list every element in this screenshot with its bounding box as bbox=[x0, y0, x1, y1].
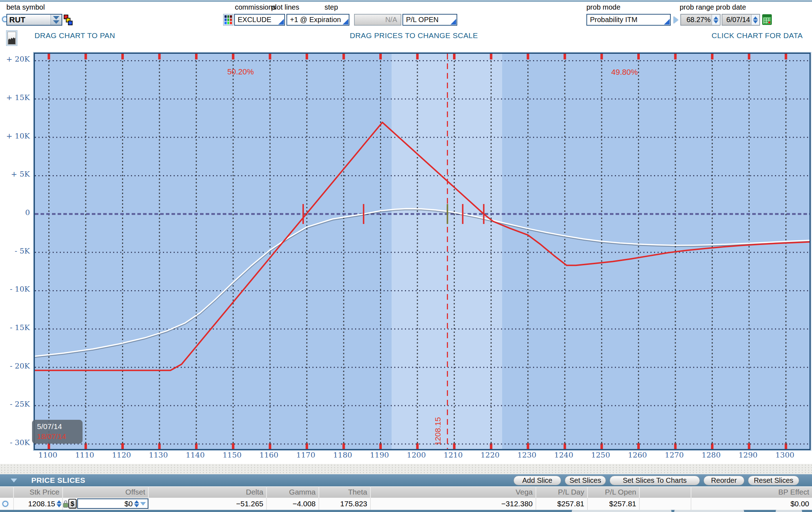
y-axis-tick-label[interactable]: + 15K bbox=[0, 93, 30, 102]
x-axis-tick-label[interactable]: 1150 bbox=[216, 451, 248, 459]
x-axis-tick-label[interactable]: 1220 bbox=[474, 451, 506, 459]
x-axis-tick-label[interactable]: 1300 bbox=[769, 451, 801, 459]
header-pl-day: P/L Day bbox=[536, 486, 588, 498]
x-axis-tick-label[interactable]: 1250 bbox=[585, 451, 617, 459]
spacer-cell bbox=[640, 498, 691, 510]
prob-range-band bbox=[392, 54, 502, 449]
y-axis-tick-label[interactable]: - 15K bbox=[0, 323, 30, 332]
commission-grid-icon[interactable] bbox=[223, 14, 233, 26]
x-axis-tick-label[interactable]: 1130 bbox=[142, 451, 174, 459]
y-axis-tick-label[interactable]: - 20K bbox=[0, 362, 30, 370]
pl-open-cell: $257.81 bbox=[588, 498, 640, 510]
add-slice-button[interactable]: Add Slice bbox=[513, 476, 561, 485]
prob-date-label: prob date bbox=[716, 3, 746, 11]
prob-range-spinner[interactable] bbox=[712, 15, 720, 25]
prob-mode-value: Probability ITM bbox=[590, 16, 637, 24]
commissions-label: commissions bbox=[235, 3, 276, 11]
y-axis-tick-label[interactable]: + 5K bbox=[0, 170, 30, 178]
prob-mode-label: prob mode bbox=[586, 3, 621, 11]
chart-style-button[interactable] bbox=[6, 30, 17, 46]
x-axis-tick-label[interactable]: 1280 bbox=[695, 451, 727, 459]
delta-cell: −51.265 bbox=[149, 498, 267, 510]
x-axis-tick-label[interactable]: 1270 bbox=[658, 451, 690, 459]
y-axis-tick-label[interactable]: - 30K bbox=[0, 438, 30, 447]
y-axis-tick-label[interactable]: + 10K bbox=[0, 132, 30, 140]
offset-value: $0 bbox=[125, 500, 133, 508]
lock-icon[interactable] bbox=[63, 500, 68, 510]
prob-range-field[interactable]: 68.27% bbox=[680, 14, 721, 26]
edge-tick-top bbox=[674, 54, 677, 59]
symbol-spinner-icon[interactable] bbox=[51, 15, 62, 25]
x-axis-tick-label[interactable]: 1160 bbox=[253, 451, 285, 459]
chart-canvas[interactable] bbox=[35, 54, 810, 449]
x-axis-tick-label[interactable]: 1240 bbox=[548, 451, 580, 459]
color-square-blue-icon[interactable] bbox=[68, 21, 73, 25]
y-axis-tick-label[interactable]: - 10K bbox=[0, 285, 30, 293]
dollar-mode-button[interactable]: $ bbox=[68, 499, 77, 508]
resize-handle-strip[interactable] bbox=[0, 464, 812, 474]
slice-radio[interactable] bbox=[2, 501, 8, 507]
step-field: N/A bbox=[354, 14, 401, 26]
collapse-triangle-icon[interactable] bbox=[11, 479, 17, 482]
dropdown-corner-icon bbox=[278, 19, 284, 25]
offset-spinner[interactable] bbox=[134, 500, 139, 508]
offset-cell: $ $0 bbox=[63, 498, 149, 510]
legend-date-expiration: 18/07/14 bbox=[37, 432, 83, 442]
x-axis-tick-label[interactable]: 1200 bbox=[400, 451, 432, 459]
commissions-select[interactable]: EXCLUDE bbox=[234, 14, 285, 26]
stk-price-spinner[interactable] bbox=[57, 500, 62, 508]
x-axis-tick-label[interactable]: 1210 bbox=[437, 451, 469, 459]
x-axis-tick-label[interactable]: 1230 bbox=[511, 451, 543, 459]
offset-input[interactable]: $0 bbox=[77, 498, 148, 509]
plot-lines-value: +1 @ Expiration bbox=[290, 16, 341, 24]
prob-date-field[interactable]: 6/07/14 bbox=[722, 14, 760, 26]
x-axis-tick-label[interactable]: 1260 bbox=[621, 451, 653, 459]
x-axis-tick-label[interactable]: 1190 bbox=[363, 451, 395, 459]
pl-mode-select[interactable]: P/L OPEN bbox=[402, 14, 457, 26]
commissions-value: EXCLUDE bbox=[238, 16, 271, 24]
y-axis-tick-label[interactable]: - 5K bbox=[0, 247, 30, 255]
edge-tick-top bbox=[416, 54, 419, 59]
edge-tick-top bbox=[490, 54, 492, 59]
header-stk-price: Stk Price bbox=[14, 486, 63, 498]
price-slices-title: PRICE SLICES bbox=[31, 476, 85, 485]
x-axis-tick-label[interactable]: 1110 bbox=[69, 451, 101, 459]
hidden-button-fragment bbox=[572, 510, 671, 512]
edge-tick-top bbox=[232, 54, 234, 59]
edge-tick-bottom bbox=[121, 443, 124, 449]
x-axis-tick-label[interactable]: 1140 bbox=[179, 451, 211, 459]
reset-slices-button[interactable]: Reset Slices bbox=[748, 476, 799, 485]
edge-tick-top bbox=[785, 54, 787, 59]
y-axis-tick-label[interactable]: - 25K bbox=[0, 400, 30, 408]
risk-profile-chart[interactable]: 50.20% 49.80% 1208.15 5/07/14 18/07/14 bbox=[34, 53, 811, 450]
edge-tick-top bbox=[600, 54, 603, 59]
header-vega: Vega bbox=[371, 486, 536, 498]
y-axis-tick-label[interactable]: 0 bbox=[0, 208, 30, 217]
expand-arrow-icon[interactable] bbox=[674, 16, 678, 23]
edge-tick-top bbox=[306, 54, 308, 59]
x-axis-tick-label[interactable]: 1180 bbox=[327, 451, 359, 459]
window-top-edge bbox=[0, 0, 812, 2]
plot-lines-select[interactable]: +1 @ Expiration bbox=[286, 14, 349, 26]
calendar-icon[interactable] bbox=[762, 14, 772, 25]
beta-symbol-value: RUT bbox=[9, 15, 25, 25]
edge-tick-top bbox=[269, 54, 271, 59]
hidden-button-fragment bbox=[776, 510, 802, 512]
prob-date-spinner[interactable] bbox=[751, 15, 759, 25]
x-axis-tick-label[interactable]: 1100 bbox=[32, 451, 64, 459]
offset-dropdown-icon[interactable] bbox=[140, 502, 146, 506]
reorder-button[interactable]: Reorder bbox=[703, 476, 744, 485]
stk-price-value: 1208.15 bbox=[28, 500, 55, 508]
x-axis-tick-label[interactable]: 1290 bbox=[732, 451, 764, 459]
edge-tick-top bbox=[748, 54, 750, 59]
y-axis-tick-label[interactable]: + 20K bbox=[0, 55, 30, 63]
x-axis-tick-label[interactable]: 1120 bbox=[105, 451, 137, 459]
x-axis-tick-label[interactable]: 1170 bbox=[290, 451, 322, 459]
vega-cell: −312.380 bbox=[371, 498, 536, 510]
prob-mode-select[interactable]: Probability ITM bbox=[586, 14, 671, 26]
dropdown-corner-icon bbox=[343, 19, 348, 25]
set-slices-to-charts-button[interactable]: Set Slices To Charts bbox=[610, 476, 700, 485]
stk-price-cell[interactable]: 1208.15 bbox=[14, 498, 63, 510]
set-slices-button[interactable]: Set Slices bbox=[565, 476, 606, 485]
beta-symbol-select[interactable]: RUT bbox=[6, 14, 62, 26]
